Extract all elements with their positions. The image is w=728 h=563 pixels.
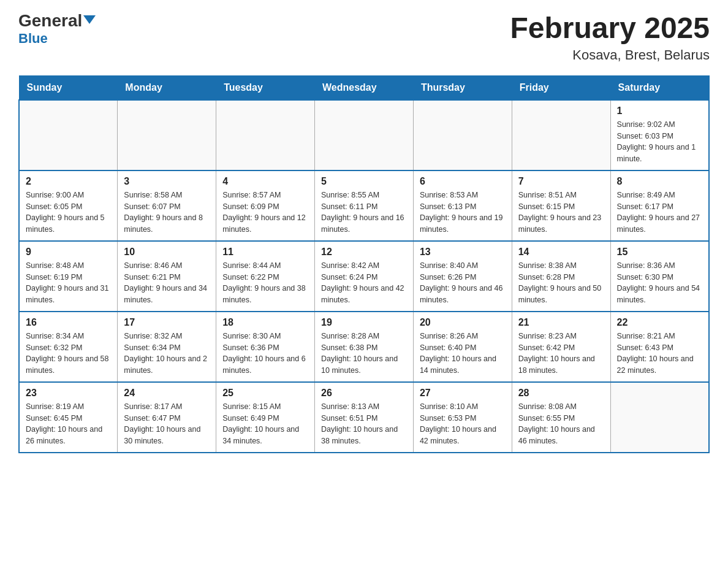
calendar-cell: 22Sunrise: 8:21 AM Sunset: 6:43 PM Dayli… [610, 312, 709, 382]
calendar-cell: 26Sunrise: 8:13 AM Sunset: 6:51 PM Dayli… [315, 382, 414, 453]
day-number: 2 [26, 176, 111, 187]
calendar-cell: 11Sunrise: 8:44 AM Sunset: 6:22 PM Dayli… [216, 241, 315, 312]
calendar-table: SundayMondayTuesdayWednesdayThursdayFrid… [18, 75, 710, 453]
day-number: 22 [617, 317, 702, 328]
day-info: Sunrise: 8:40 AM Sunset: 6:26 PM Dayligh… [420, 260, 506, 306]
calendar-cell: 23Sunrise: 8:19 AM Sunset: 6:45 PM Dayli… [19, 382, 118, 453]
calendar-week-row: 2Sunrise: 9:00 AM Sunset: 6:05 PM Daylig… [19, 170, 709, 241]
day-number: 24 [124, 388, 210, 399]
day-number: 15 [617, 247, 702, 258]
day-info: Sunrise: 9:00 AM Sunset: 6:05 PM Dayligh… [26, 190, 111, 236]
calendar-cell [413, 100, 512, 170]
calendar-cell: 27Sunrise: 8:10 AM Sunset: 6:53 PM Dayli… [413, 382, 512, 453]
day-number: 10 [124, 247, 210, 258]
calendar-cell: 16Sunrise: 8:34 AM Sunset: 6:32 PM Dayli… [19, 312, 118, 382]
calendar-cell: 20Sunrise: 8:26 AM Sunset: 6:40 PM Dayli… [413, 312, 512, 382]
calendar-cell: 15Sunrise: 8:36 AM Sunset: 6:30 PM Dayli… [610, 241, 709, 312]
day-number: 16 [26, 317, 111, 328]
calendar-cell: 18Sunrise: 8:30 AM Sunset: 6:36 PM Dayli… [216, 312, 315, 382]
day-number: 3 [124, 176, 210, 187]
day-number: 18 [222, 317, 308, 328]
calendar-cell: 10Sunrise: 8:46 AM Sunset: 6:21 PM Dayli… [118, 241, 216, 312]
day-info: Sunrise: 8:36 AM Sunset: 6:30 PM Dayligh… [617, 260, 702, 306]
day-number: 17 [124, 317, 210, 328]
day-info: Sunrise: 8:55 AM Sunset: 6:11 PM Dayligh… [321, 190, 407, 236]
calendar-cell: 13Sunrise: 8:40 AM Sunset: 6:26 PM Dayli… [413, 241, 512, 312]
day-number: 26 [321, 388, 407, 399]
calendar-cell: 19Sunrise: 8:28 AM Sunset: 6:38 PM Dayli… [315, 312, 414, 382]
day-info: Sunrise: 8:08 AM Sunset: 6:55 PM Dayligh… [518, 401, 604, 447]
weekday-header: Sunday [19, 75, 118, 100]
day-info: Sunrise: 8:26 AM Sunset: 6:40 PM Dayligh… [420, 331, 506, 377]
weekday-header: Thursday [413, 75, 512, 100]
day-info: Sunrise: 8:48 AM Sunset: 6:19 PM Dayligh… [26, 260, 111, 306]
day-number: 13 [420, 247, 506, 258]
day-number: 27 [420, 388, 506, 399]
calendar-week-row: 16Sunrise: 8:34 AM Sunset: 6:32 PM Dayli… [19, 312, 709, 382]
day-number: 11 [222, 247, 308, 258]
day-info: Sunrise: 8:51 AM Sunset: 6:15 PM Dayligh… [518, 190, 604, 236]
weekday-header: Friday [512, 75, 610, 100]
day-number: 8 [617, 176, 702, 187]
calendar-cell: 24Sunrise: 8:17 AM Sunset: 6:47 PM Dayli… [118, 382, 216, 453]
day-number: 25 [222, 388, 308, 399]
day-number: 4 [222, 176, 308, 187]
day-number: 5 [321, 176, 407, 187]
logo-blue: Blue [18, 31, 48, 47]
day-number: 1 [617, 105, 702, 117]
calendar-cell: 17Sunrise: 8:32 AM Sunset: 6:34 PM Dayli… [118, 312, 216, 382]
day-info: Sunrise: 8:17 AM Sunset: 6:47 PM Dayligh… [124, 401, 210, 447]
calendar-week-row: 9Sunrise: 8:48 AM Sunset: 6:19 PM Daylig… [19, 241, 709, 312]
calendar-week-row: 23Sunrise: 8:19 AM Sunset: 6:45 PM Dayli… [19, 382, 709, 453]
day-number: 12 [321, 247, 407, 258]
calendar-cell: 6Sunrise: 8:53 AM Sunset: 6:13 PM Daylig… [413, 170, 512, 241]
day-info: Sunrise: 8:34 AM Sunset: 6:32 PM Dayligh… [26, 331, 111, 377]
day-info: Sunrise: 8:10 AM Sunset: 6:53 PM Dayligh… [420, 401, 506, 447]
calendar-cell: 14Sunrise: 8:38 AM Sunset: 6:28 PM Dayli… [512, 241, 610, 312]
calendar-subtitle: Kosava, Brest, Belarus [510, 47, 710, 63]
day-info: Sunrise: 8:28 AM Sunset: 6:38 PM Dayligh… [321, 331, 407, 377]
weekday-header: Tuesday [216, 75, 315, 100]
day-number: 23 [26, 388, 111, 399]
calendar-cell: 28Sunrise: 8:08 AM Sunset: 6:55 PM Dayli… [512, 382, 610, 453]
calendar-cell: 4Sunrise: 8:57 AM Sunset: 6:09 PM Daylig… [216, 170, 315, 241]
logo: General Blue [18, 12, 96, 47]
calendar-cell [315, 100, 414, 170]
calendar-cell: 8Sunrise: 8:49 AM Sunset: 6:17 PM Daylig… [610, 170, 709, 241]
day-number: 28 [518, 388, 604, 399]
weekday-header: Wednesday [315, 75, 414, 100]
day-info: Sunrise: 8:49 AM Sunset: 6:17 PM Dayligh… [617, 190, 702, 236]
day-info: Sunrise: 8:32 AM Sunset: 6:34 PM Dayligh… [124, 331, 210, 377]
calendar-cell: 1Sunrise: 9:02 AM Sunset: 6:03 PM Daylig… [610, 100, 709, 170]
day-info: Sunrise: 8:38 AM Sunset: 6:28 PM Dayligh… [518, 260, 604, 306]
calendar-cell [118, 100, 216, 170]
calendar-cell: 5Sunrise: 8:55 AM Sunset: 6:11 PM Daylig… [315, 170, 414, 241]
calendar-cell [512, 100, 610, 170]
calendar-cell: 21Sunrise: 8:23 AM Sunset: 6:42 PM Dayli… [512, 312, 610, 382]
day-number: 21 [518, 317, 604, 328]
day-info: Sunrise: 8:46 AM Sunset: 6:21 PM Dayligh… [124, 260, 210, 306]
day-number: 9 [26, 247, 111, 258]
calendar-cell: 2Sunrise: 9:00 AM Sunset: 6:05 PM Daylig… [19, 170, 118, 241]
title-block: February 2025 Kosava, Brest, Belarus [510, 12, 710, 63]
day-number: 7 [518, 176, 604, 187]
day-number: 6 [420, 176, 506, 187]
calendar-cell [216, 100, 315, 170]
calendar-cell: 3Sunrise: 8:58 AM Sunset: 6:07 PM Daylig… [118, 170, 216, 241]
day-info: Sunrise: 8:21 AM Sunset: 6:43 PM Dayligh… [617, 331, 702, 377]
day-info: Sunrise: 8:57 AM Sunset: 6:09 PM Dayligh… [222, 190, 308, 236]
day-number: 19 [321, 317, 407, 328]
weekday-header: Saturday [610, 75, 709, 100]
day-info: Sunrise: 8:42 AM Sunset: 6:24 PM Dayligh… [321, 260, 407, 306]
day-number: 14 [518, 247, 604, 258]
calendar-cell [610, 382, 709, 453]
day-info: Sunrise: 8:44 AM Sunset: 6:22 PM Dayligh… [222, 260, 308, 306]
calendar-header-row: SundayMondayTuesdayWednesdayThursdayFrid… [19, 75, 709, 100]
calendar-title: February 2025 [510, 12, 710, 45]
calendar-cell: 9Sunrise: 8:48 AM Sunset: 6:19 PM Daylig… [19, 241, 118, 312]
day-info: Sunrise: 8:23 AM Sunset: 6:42 PM Dayligh… [518, 331, 604, 377]
day-info: Sunrise: 8:15 AM Sunset: 6:49 PM Dayligh… [222, 401, 308, 447]
logo-arrow-icon [83, 15, 96, 24]
day-info: Sunrise: 8:58 AM Sunset: 6:07 PM Dayligh… [124, 190, 210, 236]
day-info: Sunrise: 8:13 AM Sunset: 6:51 PM Dayligh… [321, 401, 407, 447]
